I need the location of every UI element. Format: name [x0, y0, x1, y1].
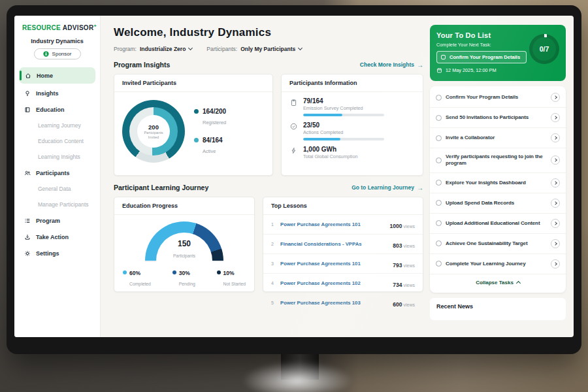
lesson-link[interactable]: Financial Considerations - VPPAs: [280, 241, 389, 247]
task-checkbox[interactable]: [436, 135, 442, 141]
lesson-row: 2 Financial Considerations - VPPAs 803vi…: [263, 235, 423, 254]
lesson-views-value: 793: [393, 262, 402, 269]
sidebar-item-learning-insights[interactable]: Learning Insights: [14, 149, 100, 165]
metric-value: 60%: [129, 270, 151, 276]
collapse-tasks-link[interactable]: Collapse Tasks: [430, 274, 566, 291]
action-download-icon: [24, 233, 31, 240]
card-title: Participants Information: [282, 74, 423, 92]
sidebar-item-insights[interactable]: Insights: [14, 85, 100, 101]
todo-tasks-card: Confirm Your Program Details Send 50 Inv…: [430, 86, 566, 293]
legend-item-completed: 60% Completed: [123, 270, 151, 288]
task-row[interactable]: Send 50 Invitations to Participants: [430, 108, 566, 128]
metric-value: 30%: [179, 270, 195, 276]
task-checkbox[interactable]: [436, 220, 442, 226]
task-label: Explore Your Insights Dashboard: [446, 180, 547, 186]
sidebar-item-label: Settings: [36, 250, 59, 257]
task-chevron-button[interactable]: [551, 113, 560, 122]
task-chevron-button[interactable]: [551, 259, 560, 269]
lesson-views-label: views: [403, 302, 415, 307]
lesson-row: 3 Power Purchase Agreements 101 793views: [263, 254, 423, 274]
lesson-views-value: 734: [393, 282, 402, 288]
next-task-item[interactable]: Confirm Your Program Details: [436, 51, 527, 63]
sidebar-item-participants[interactable]: Participants: [14, 165, 100, 181]
task-row[interactable]: Verify participants requesting to join t…: [430, 148, 566, 173]
task-checkbox[interactable]: [436, 240, 442, 246]
clipboard-icon: [289, 97, 298, 116]
task-chevron-button[interactable]: [551, 93, 560, 102]
check-more-insights-link[interactable]: Check More Insights: [360, 61, 423, 69]
monitor-base-glow: [242, 361, 353, 392]
task-checkbox[interactable]: [436, 157, 442, 163]
task-row[interactable]: Achieve One Sustainability Target: [430, 234, 566, 254]
metric-value: 84/164: [203, 137, 223, 144]
metric-value: 10%: [223, 270, 246, 276]
home-icon: [24, 72, 31, 79]
task-checkbox[interactable]: [436, 200, 442, 206]
task-checkbox[interactable]: [436, 261, 442, 267]
lesson-link[interactable]: Power Purchase Agreements 102: [280, 280, 389, 286]
info-row-actions: 23/50 Actions Completed: [282, 116, 423, 140]
sidebar-item-education-content[interactable]: Education Content: [14, 133, 100, 149]
metric-label: Active: [203, 148, 216, 154]
program-insights-header: Program Insights Check More Insights: [114, 61, 423, 69]
sidebar-item-education[interactable]: Education: [14, 101, 100, 118]
sidebar-item-home[interactable]: Home: [19, 67, 95, 84]
sidebar-item-manage-participants[interactable]: Manage Participants: [14, 197, 100, 212]
task-chevron-button[interactable]: [551, 239, 560, 248]
lesson-link[interactable]: Power Purchase Agreements 101: [280, 221, 386, 227]
lesson-link[interactable]: Power Purchase Agreements 103: [280, 300, 389, 306]
task-chevron-button[interactable]: [551, 199, 560, 208]
lesson-views-value: 600: [393, 301, 402, 308]
sidebar-item-take-action[interactable]: Take Action: [14, 229, 100, 245]
legend-item-pending: 30% Pending: [172, 270, 195, 288]
chevron-right-icon: [553, 242, 557, 246]
lesson-row: 5 Power Purchase Agreements 103 600views: [263, 293, 423, 312]
chevron-right-icon: [553, 201, 557, 205]
task-row[interactable]: Upload Spend Data Records: [430, 193, 566, 214]
task-checkbox[interactable]: [436, 95, 442, 101]
sidebar-item-program[interactable]: Program: [14, 212, 100, 229]
task-row[interactable]: Invite a Collaborator: [430, 128, 566, 148]
metric-value: 23/50: [303, 122, 384, 129]
sidebar-item-label: Learning Journey: [38, 122, 81, 129]
task-chevron-button[interactable]: [551, 219, 560, 228]
invited-participants-card: Invited Participants 200 Participants In…: [114, 74, 273, 176]
sponsor-badge-label: Sponsor: [52, 51, 72, 57]
sponsor-badge[interactable]: Sponsor: [34, 48, 81, 59]
chevron-right-icon: [553, 262, 557, 266]
task-chevron-button[interactable]: [551, 155, 560, 165]
legend-dot-completed: [123, 270, 127, 274]
task-checkbox[interactable]: [436, 180, 442, 186]
lesson-link[interactable]: Power Purchase Agreements 101: [280, 261, 389, 267]
sidebar-item-label: General Data: [38, 186, 71, 192]
task-row[interactable]: Confirm Your Program Details: [430, 88, 566, 108]
gauge-center-value: 150: [145, 239, 223, 248]
sidebar-item-general-data[interactable]: General Data: [14, 181, 100, 197]
main-content: Welcome, Industry Dynamics Program: Indu…: [101, 16, 426, 337]
education-progress-gauge-chart: 150 Participants: [145, 221, 223, 262]
task-chevron-button[interactable]: [551, 178, 560, 188]
metric-value: 1,000 GWh: [303, 146, 358, 153]
checkbox-icon[interactable]: [441, 55, 446, 59]
task-checkbox[interactable]: [436, 115, 442, 121]
legend-dot-not-started: [217, 270, 221, 274]
go-to-learning-journey-link[interactable]: Go to Learning Journey: [351, 184, 423, 191]
sidebar-item-label: Manage Participants: [38, 201, 89, 208]
lesson-rank: 5: [271, 301, 276, 305]
task-chevron-button[interactable]: [551, 133, 560, 142]
invited-participants-donut-chart: 200 Participants Invited: [122, 100, 185, 163]
task-row[interactable]: Complete Your Learning Journey: [430, 254, 566, 274]
metric-label: Total Global Consumption: [303, 154, 358, 159]
lesson-views-label: views: [403, 283, 415, 287]
lesson-rank: 2: [271, 242, 276, 246]
card-title: Top Lessons: [263, 197, 423, 215]
arrow-right-icon: [417, 184, 423, 191]
info-row-emission-survey: 79/164 Emission Survey Completed: [282, 92, 423, 116]
program-filter-dropdown[interactable]: Program: Industrialize Zero: [114, 46, 192, 52]
sidebar-item-settings[interactable]: Settings: [14, 245, 100, 261]
task-row[interactable]: Explore Your Insights Dashboard: [430, 173, 566, 193]
participants-filter-dropdown[interactable]: Participants: Only My Participants: [206, 46, 302, 52]
card-title: Invited Participants: [114, 74, 272, 92]
task-row[interactable]: Upload Additional Educational Content: [430, 214, 566, 234]
sidebar-item-learning-journey[interactable]: Learning Journey: [14, 118, 100, 133]
